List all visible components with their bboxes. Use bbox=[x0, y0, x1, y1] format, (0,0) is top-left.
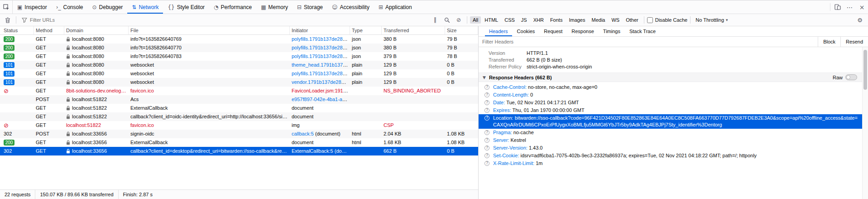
tab-inspector[interactable]: ▣ Inspector bbox=[13, 0, 52, 14]
filter-media[interactable]: Media bbox=[589, 16, 608, 24]
filter-css[interactable]: CSS bbox=[502, 16, 518, 24]
filter-other[interactable]: Other bbox=[623, 16, 641, 24]
table-row[interactable]: 200 GET localhost:8080 info?t=1635826640… bbox=[0, 35, 478, 44]
filter-fonts[interactable]: Fonts bbox=[547, 16, 566, 24]
help-icon[interactable]: ? bbox=[484, 100, 489, 105]
scrollbar-thumb[interactable] bbox=[863, 50, 867, 90]
table-row[interactable]: 302 GET localhost:33656 callback?client_… bbox=[0, 147, 478, 155]
initiator-link[interactable]: polyfills.1791b137de281b787… bbox=[292, 45, 350, 50]
search-button[interactable] bbox=[441, 15, 452, 25]
domain-text: localhost:33656 bbox=[72, 130, 107, 138]
response-header-row[interactable]: ? Pragma: no-cache bbox=[479, 129, 862, 136]
table-row[interactable]: 200 GET localhost:8080 info?t=1635826640… bbox=[0, 44, 478, 52]
details-tab-stack-trace[interactable]: Stack Trace bbox=[625, 26, 660, 36]
help-icon[interactable]: ? bbox=[484, 85, 489, 90]
details-tab-request[interactable]: Request bbox=[540, 26, 566, 36]
response-headers-accordion[interactable]: ▼ Response Headers (662 B) Raw bbox=[479, 73, 862, 82]
filter-headers-input[interactable] bbox=[482, 39, 814, 44]
details-tab-timings[interactable]: Timings bbox=[599, 26, 624, 36]
details-tab-response[interactable]: Response bbox=[567, 26, 598, 36]
filter-all[interactable]: All bbox=[470, 16, 481, 24]
close-devtools-icon[interactable]: × bbox=[856, 0, 868, 14]
table-row[interactable]: ⊘ GET localhost:51822 favicon.ico img CS… bbox=[0, 121, 478, 130]
column-header[interactable]: Type bbox=[350, 26, 382, 34]
help-icon[interactable]: ? bbox=[484, 161, 489, 166]
filter-xhr[interactable]: XHR bbox=[531, 16, 547, 24]
filter-urls-input[interactable] bbox=[30, 17, 429, 23]
raw-headers-toggle[interactable]: Raw bbox=[833, 74, 858, 80]
table-row[interactable]: 101 GET localhost:8080 websocket theme_h… bbox=[0, 61, 478, 69]
response-header-row[interactable]: ? Server-Version: 1.43.0 bbox=[479, 144, 862, 152]
initiator-link[interactable]: ExternalCallback:5 bbox=[292, 148, 333, 154]
details-tab-headers[interactable]: Headers bbox=[485, 26, 512, 36]
responsive-design-button[interactable] bbox=[831, 0, 844, 14]
column-header[interactable]: File bbox=[129, 26, 290, 34]
table-row[interactable]: 101 GET localhost:8080 websocket polyfil… bbox=[0, 69, 478, 78]
column-header[interactable]: Transferred bbox=[382, 26, 445, 34]
initiator-link[interactable]: vendor.1791b137de281b787… bbox=[292, 79, 350, 85]
filter-js[interactable]: JS bbox=[518, 16, 530, 24]
clear-requests-button[interactable] bbox=[2, 15, 13, 25]
response-header-row[interactable]: ? Set-Cookie: idsrv=adf6cba1-7075-402b-9… bbox=[479, 152, 862, 160]
tab-accessibility[interactable]: ☺ Accessibility bbox=[327, 0, 374, 14]
help-icon[interactable]: ? bbox=[484, 116, 489, 121]
block-button[interactable]: Block bbox=[818, 37, 840, 47]
response-header-row[interactable]: ? Date: Tue, 02 Nov 2021 04:17:21 GMT bbox=[479, 99, 862, 107]
filter-images[interactable]: Images bbox=[566, 16, 588, 24]
column-header[interactable]: Domain bbox=[64, 26, 129, 34]
column-header[interactable]: Initiator bbox=[290, 26, 350, 34]
help-icon[interactable]: ? bbox=[484, 138, 489, 143]
tab-memory[interactable]: ▦ Memory bbox=[256, 0, 293, 14]
help-icon[interactable]: ? bbox=[484, 130, 489, 135]
help-icon[interactable]: ? bbox=[484, 92, 489, 97]
column-header[interactable]: Status bbox=[0, 26, 34, 34]
network-settings-icon[interactable]: ⚙ bbox=[854, 17, 866, 24]
pick-element-button[interactable] bbox=[0, 0, 13, 14]
pause-recording-icon[interactable]: ‖ bbox=[430, 15, 441, 25]
disable-cache-input[interactable] bbox=[647, 17, 653, 23]
tab-console[interactable]: ›_ Console bbox=[52, 0, 88, 14]
initiator-link[interactable]: e957f897-042e-4ba1-aff1-… bbox=[292, 97, 350, 102]
tab-performance[interactable]: ◔ Performance bbox=[209, 0, 256, 14]
response-header-row[interactable]: ? X-Rate-Limit-Limit: 1m bbox=[479, 160, 862, 167]
response-header-row[interactable]: ? Expires: Thu, 01 Jan 1970 00:00:00 GMT bbox=[479, 107, 862, 114]
throttling-select[interactable]: No Throttling ▾ bbox=[693, 16, 730, 24]
initiator-link[interactable]: polyfills.1791b137de281b787… bbox=[292, 53, 350, 59]
initiator-link[interactable]: callback:5 bbox=[292, 131, 314, 136]
column-header[interactable]: Size bbox=[445, 26, 478, 34]
tab-network[interactable]: ⇅ Network bbox=[127, 0, 163, 14]
response-header-row[interactable]: ? Location: bitwarden://sso-callback?cod… bbox=[479, 114, 862, 129]
help-icon[interactable]: ? bbox=[484, 153, 489, 158]
table-row[interactable]: 101 GET localhost:8080 websocket vendor.… bbox=[0, 78, 478, 87]
filter-ws[interactable]: WS bbox=[609, 16, 622, 24]
tab-debugger[interactable]: ⊙ Debugger bbox=[88, 0, 128, 14]
details-tab-cookies[interactable]: Cookies bbox=[513, 26, 539, 36]
column-header[interactable]: Method bbox=[34, 26, 64, 34]
domain-text: localhost:51822 bbox=[72, 104, 107, 112]
table-row[interactable]: 200 GET localhost:33656 ExternalCallback… bbox=[0, 138, 478, 147]
response-header-row[interactable]: ? Cache-Control: no-store, no-cache, max… bbox=[479, 83, 862, 91]
response-header-row[interactable]: ? Content-Length: 0 bbox=[479, 91, 862, 99]
header-name: Cache-Control: bbox=[493, 84, 527, 90]
help-icon[interactable]: ? bbox=[484, 146, 489, 150]
initiator-link[interactable]: polyfills.1791b137de281b787… bbox=[292, 36, 350, 42]
table-row[interactable]: POST localhost:51822 Acs e957f897-042e-4… bbox=[0, 95, 478, 104]
disable-cache-checkbox[interactable]: Disable Cache bbox=[647, 17, 688, 23]
tab-style-editor[interactable]: {} Style Editor bbox=[163, 0, 209, 14]
table-row[interactable]: GET localhost:51822 callback?client_id=o… bbox=[0, 112, 478, 121]
response-header-row[interactable]: ? Server: Kestrel bbox=[479, 136, 862, 144]
table-row[interactable]: ⊘ GET 8bit-solutions-dev.onelogin… favic… bbox=[0, 87, 478, 95]
meatball-menu-icon[interactable]: ⋯ bbox=[844, 0, 856, 14]
initiator-link[interactable]: theme_head.1791b137de281… bbox=[292, 62, 350, 68]
tab-application[interactable]: ⊞ Application bbox=[374, 0, 417, 14]
resend-button[interactable]: Resend bbox=[840, 37, 868, 47]
help-icon[interactable]: ? bbox=[484, 108, 489, 113]
table-row[interactable]: 302 POST localhost:33656 signin-oidc cal… bbox=[0, 130, 478, 138]
filter-html[interactable]: HTML bbox=[482, 16, 501, 24]
details-scrollbar[interactable] bbox=[862, 47, 868, 199]
request-blocking-icon[interactable]: ⊘ bbox=[453, 15, 464, 25]
tab-storage[interactable]: ⊟ Storage bbox=[293, 0, 327, 14]
initiator-link[interactable]: polyfills.1791b137de281b787… bbox=[292, 71, 350, 76]
table-row[interactable]: 200 GET localhost:8080 info?t=1635826640… bbox=[0, 52, 478, 61]
table-row[interactable]: GET localhost:51822 ExternalCallback doc… bbox=[0, 104, 478, 112]
